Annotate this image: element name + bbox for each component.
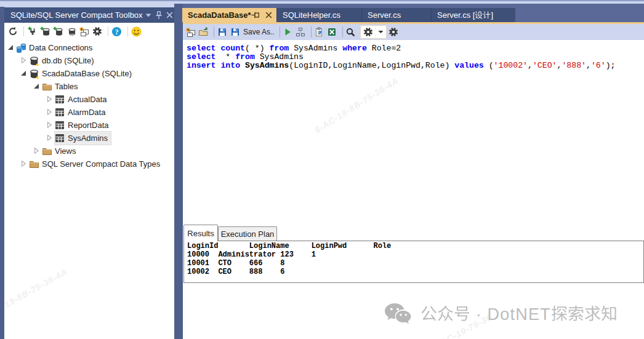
tree-item-sysadmins[interactable]: SysAdmins [4,132,174,145]
tree-item-label: ActualData [68,95,110,104]
tree-item-sql-server-compact-data-types[interactable]: SQL Server Compact Data Types [4,158,174,170]
data-connections-icon [16,43,26,53]
tree-item-alarmdata[interactable]: AlarmData [4,106,174,119]
tree-expanded-icon[interactable] [7,44,14,50]
pin-icon[interactable] [251,11,260,19]
sql-token: values [454,61,483,70]
refresh-icon[interactable] [7,26,18,37]
toolbar-separator [342,26,343,38]
schema-diagram-icon[interactable] [296,27,306,38]
sql-token: '10002' [494,61,528,70]
help-icon[interactable]: ? [111,26,122,37]
add-database-from-icon[interactable] [53,26,63,37]
tree-item-scadadatabase-sqlite-[interactable]: ScadaDataBase (SQLite) [4,67,174,80]
tree-item-content[interactable]: Data Connections [16,41,95,54]
add-connection-icon[interactable] [27,26,38,37]
new-window-icon[interactable] [79,26,89,37]
document-tab-1[interactable]: ScadaDataBase* [182,8,276,22]
sql-token: insert [187,61,215,70]
execute-icon[interactable] [283,27,293,38]
settings-gear-icon[interactable] [388,27,399,38]
options-dropdown[interactable] [360,25,387,39]
document-tabbar: ScadaDataBase*SQLiteHelper.csServer.csSe… [183,4,644,22]
tree-item-content[interactable]: SysAdmins [55,132,111,145]
save-as-icon[interactable] [230,27,240,38]
toolbox-titlebar[interactable]: SQLite/SQL Server Compact Toolbox [4,7,174,23]
document-tab-2[interactable]: SQLiteHelper.cs [276,8,361,22]
table-icon [55,134,65,143]
tree-item-actualdata[interactable]: ActualData [4,93,174,106]
sql-token: 'CEO' [533,61,557,70]
tree-item-reportdata[interactable]: ReportData [4,119,174,132]
folder-icon [29,159,39,169]
window-position-chevron-icon[interactable] [145,11,152,20]
panel-splitter[interactable] [174,4,183,339]
watermark: · DotNET [384,303,618,326]
tree-item-label: Data Connections [29,43,95,52]
tree-item-content[interactable]: ActualData [55,93,110,106]
tab-label: Server.cs [] [437,10,493,20]
new-query-icon[interactable] [185,27,196,38]
svg-text:SQL: SQL [68,33,76,36]
tree-item-content[interactable]: SQL Server Compact Data Types [29,158,163,170]
tree-item-views[interactable]: Views [4,145,174,158]
tree-collapsed-icon[interactable] [46,96,52,102]
tree-item-content[interactable]: ReportData [55,119,111,132]
results-text: LoginId LoginName LoginPwd Role 10000 Ad… [187,242,643,276]
tree-collapsed-icon[interactable] [20,161,26,167]
document-tab-3[interactable]: Server.cs [361,8,431,22]
tree-collapsed-icon[interactable] [46,122,52,128]
sql-token: * [215,52,235,62]
sql-token: into [220,61,240,70]
feedback-smiley-icon[interactable] [131,26,142,37]
tree-item-content[interactable]: AlarmData [55,106,108,119]
sql-token: '6' [591,61,606,70]
parse-icon[interactable] [314,27,324,38]
toolbox-titlebar-icons [145,7,173,23]
settings-gear-icon[interactable] [92,26,102,37]
open-icon[interactable] [198,27,209,38]
tree-item-content[interactable]: db.db (SQLite) [29,54,97,67]
sql-token: count [220,44,245,53]
tree-item-label: Views [55,146,79,156]
tree-collapsed-icon[interactable] [46,135,52,141]
sql-editor[interactable]: select count( *) from SysAdmins where Ro… [183,40,644,225]
tree-item-data-connections[interactable]: Data Connections [4,41,174,54]
pin-icon[interactable] [155,11,163,20]
tab-results-label: Results [187,229,214,238]
document-tab-4[interactable]: Server.cs [] [431,8,515,22]
tree-item-content[interactable]: Tables [42,80,81,93]
database-icon [29,69,39,79]
tree-collapsed-icon[interactable] [33,148,39,154]
tab-results[interactable]: Results [183,225,218,241]
tree-item-content[interactable]: ScadaDataBase (SQLite) [29,67,135,80]
close-icon[interactable] [265,12,272,18]
tree-collapsed-icon[interactable] [46,109,52,115]
save-icon[interactable] [217,27,227,38]
tree-item-label: SQL Server Compact Data Types [42,159,163,169]
wechat-logo-icon [384,303,414,326]
tree-item-content[interactable]: Views [42,145,79,158]
application-window: SQLite/SQL Server Compact Toolbox SQL? D… [0,0,644,339]
sql-token: , [586,61,591,70]
tree-item-db-db-sqlite-[interactable]: db.db (SQLite) [4,54,174,67]
results-grid[interactable]: LoginId LoginName LoginPwd Role 10000 Ad… [183,241,644,283]
script-database-icon[interactable]: SQL [66,26,76,37]
sql-token: where [342,44,367,53]
tab-execution-plan[interactable]: Execution Plan [218,226,277,241]
database-icon [29,56,39,66]
toolbox-title: SQLite/SQL Server Compact Toolbox [4,10,143,20]
close-icon[interactable] [166,11,173,20]
sql-token [240,61,245,70]
tree-collapsed-icon[interactable] [20,57,26,63]
tree-expanded-icon[interactable] [20,70,26,76]
add-database-icon[interactable] [40,26,50,37]
search-icon[interactable] [345,27,356,38]
sql-token: (LoginID,LoginName,LoginPwd,Role) [289,61,454,70]
export-excel-icon[interactable] [327,27,337,38]
sql-token: SysAdmins [289,44,342,53]
tree-expanded-icon[interactable] [33,83,39,89]
save-as-button[interactable]: Save As.. [243,28,275,36]
tree-item-tables[interactable]: Tables [4,80,174,93]
options-gear-icon [363,27,374,38]
